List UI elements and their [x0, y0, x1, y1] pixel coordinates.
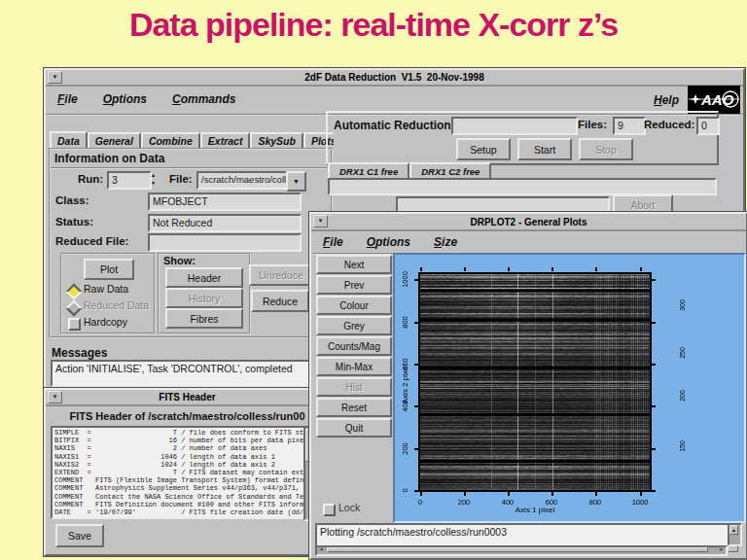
y-tick: [652, 279, 656, 281]
data-tabs: DataGeneralCombineExtractSkySubPlotsHard: [50, 128, 334, 148]
run-field[interactable]: 3: [107, 171, 152, 190]
min-max-button[interactable]: Min-Max: [316, 357, 392, 376]
right-axis-label: 200: [679, 384, 687, 407]
menu-file[interactable]: File: [323, 235, 343, 249]
fits-line: COMMENT Contact the NASA Science Office …: [54, 493, 302, 501]
menu-help[interactable]: Help: [654, 93, 679, 107]
show-label: Show:: [163, 255, 196, 266]
task-tab-2[interactable]: DRX1 C2 free: [409, 162, 491, 178]
x-tick: [508, 492, 510, 496]
plot-canvas-area[interactable]: 0200400600800100002004006008001000300250…: [393, 253, 746, 523]
show-group: Show: Header History Fibres: [158, 253, 251, 334]
y-tick-label: 1000: [401, 267, 409, 293]
fits-text-area[interactable]: SIMPLE = T / file does conform to FITS s…: [51, 426, 305, 519]
unreduce-button[interactable]: Unreduce: [249, 264, 313, 286]
hardcopy-checkbox[interactable]: [68, 318, 81, 331]
start-button[interactable]: Start: [517, 138, 572, 160]
window-menu-icon[interactable]: ▼: [313, 215, 328, 228]
y-tick-label: 0: [401, 478, 409, 504]
slide-title: Data pipeline: real-time X-corr z’s: [0, 6, 747, 44]
divider: [51, 167, 331, 169]
prev-button[interactable]: Prev: [316, 275, 392, 295]
tab-general[interactable]: General: [88, 132, 141, 148]
raw-data-radio[interactable]: [66, 284, 83, 300]
fits-line: SIMPLE = T / file does conform to FITS s…: [54, 429, 302, 437]
right-axis-label: 250: [679, 341, 687, 365]
menu-options[interactable]: Options: [367, 235, 410, 249]
y-tick: [414, 490, 418, 492]
tab-skysub[interactable]: SkySub: [250, 132, 303, 148]
quit-button[interactable]: Quit: [316, 418, 392, 438]
spinner-up-icon[interactable]: ▲: [148, 171, 159, 179]
tab-data[interactable]: Data: [50, 131, 88, 148]
colour-button[interactable]: Colour: [316, 296, 392, 315]
aao-logo-icon: AAO: [688, 86, 740, 114]
y-tick: [414, 448, 418, 450]
hardcopy-label: Hardcopy: [84, 316, 127, 328]
fits-line: NAXIS2 = 1024 / length of data axis 2: [54, 461, 302, 469]
hist-button[interactable]: Hist: [316, 377, 392, 397]
y-tick-label: 800: [401, 310, 409, 335]
right-axis-label: 300: [679, 294, 687, 317]
window-menu-icon[interactable]: ▼: [48, 391, 62, 403]
y-tick-label: 200: [401, 437, 409, 462]
plot-titlebar[interactable]: ▼ DRPLOT2 - General Plots: [311, 214, 746, 231]
plot-vscrollbar[interactable]: ▲: [728, 523, 742, 546]
counts-mag-button[interactable]: Counts/Mag: [316, 336, 392, 356]
grey-button[interactable]: Grey: [316, 316, 392, 335]
reset-button[interactable]: Reset: [316, 398, 392, 417]
fits-line: EXTEND = T / FITS dataset may contain ex…: [54, 469, 302, 476]
next-button[interactable]: Next: [316, 255, 392, 274]
window-menu-icon[interactable]: ▼: [48, 71, 62, 84]
ccd-image[interactable]: [420, 274, 650, 490]
run-spinner[interactable]: ▲ ▼: [148, 171, 159, 188]
save-button[interactable]: Save: [55, 524, 104, 547]
file-field[interactable]: /scratch/maestro/colless: [196, 171, 290, 190]
plot-button[interactable]: Plot: [84, 259, 134, 280]
task-tab-1[interactable]: DRX1 C1 free: [328, 162, 409, 178]
spinner-down-icon[interactable]: ▼: [148, 179, 159, 187]
ccd-image-frame: [418, 272, 652, 492]
y-tick: [414, 364, 418, 366]
fits-window-title: FITS Header: [159, 392, 215, 402]
lock-checkbox[interactable]: [323, 504, 336, 516]
tab-extract[interactable]: Extract: [200, 132, 251, 148]
menu-size[interactable]: Size: [434, 235, 457, 249]
setup-button[interactable]: Setup: [456, 138, 511, 160]
reduce-button[interactable]: Reduce: [251, 290, 309, 312]
history-button[interactable]: History: [165, 288, 243, 308]
reduced-label: Reduced:: [644, 119, 694, 130]
tab-combine[interactable]: Combine: [141, 132, 200, 148]
scrollbar-thumb[interactable]: [327, 547, 708, 552]
plot-window: ▼ DRPLOT2 - General Plots File Options S…: [309, 212, 747, 560]
fits-titlebar[interactable]: ▼ FITS Header: [46, 390, 329, 406]
x-tick: [551, 492, 553, 496]
scroll-left-icon[interactable]: ◄: [318, 546, 324, 552]
plot-hscrollbar[interactable]: ◄ ►: [315, 545, 728, 556]
y-tick: [652, 490, 656, 492]
menu-file[interactable]: File: [57, 92, 78, 106]
fits-heading: FITS Header of /scratch/maestro/colless/…: [46, 410, 329, 422]
menu-commands[interactable]: Commands: [172, 92, 235, 106]
raw-data-label: Raw Data: [84, 283, 128, 295]
file-dropdown-button[interactable]: ▼: [286, 171, 306, 192]
x-tick: [464, 492, 466, 496]
menu-options[interactable]: Options: [103, 92, 147, 106]
header-button[interactable]: Header: [165, 267, 243, 288]
task-tabs: DRX1 C1 freeDRX1 C2 free: [328, 161, 713, 178]
reduced-file-field: [148, 233, 302, 252]
stop-button[interactable]: Stop: [579, 138, 633, 160]
resize-corner[interactable]: [728, 545, 738, 552]
y-tick: [414, 405, 418, 407]
auto-reduction-panel: Automatic Reduction: Files: 9 Reduced: 0…: [326, 111, 719, 165]
status-field: Not Reduced: [148, 214, 302, 232]
scroll-up-icon[interactable]: ▲: [729, 525, 738, 535]
scroll-right-icon[interactable]: ►: [719, 546, 725, 552]
class-field[interactable]: MFOBJECT: [148, 192, 302, 211]
y-axis-title: Axis 2 pixel: [401, 350, 410, 418]
fibres-button[interactable]: Fibres: [165, 308, 243, 329]
messages-label: Messages: [52, 346, 107, 360]
x-tick: [464, 267, 466, 271]
y-tick: [414, 279, 418, 281]
reduced-data-radio[interactable]: [66, 300, 83, 317]
